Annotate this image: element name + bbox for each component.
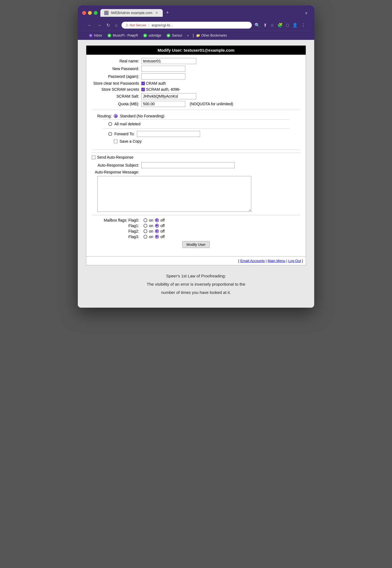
home-button[interactable]: ⌂	[114, 22, 119, 28]
bookmark-star-icon[interactable]: ☆	[270, 23, 274, 28]
real-name-label: Real name:	[92, 59, 141, 63]
quote-line3: number of times you have looked at it.	[86, 288, 306, 297]
quote-line2: The visibility of an error is inversely …	[86, 280, 306, 288]
routing-forward-radio[interactable]	[108, 132, 112, 136]
quota-note: (NOQUOTA for unlimited)	[190, 102, 233, 106]
routing-forward-label: Forward To:	[114, 132, 135, 136]
store-scram-checkbox[interactable]: ✓	[141, 88, 145, 91]
store-scram-row: Store SCRAM secrets ✓ SCRAM auth, 4096-	[92, 87, 300, 92]
routing-delete-label: All mail deleted	[114, 122, 140, 126]
real-name-row: Real name:	[92, 58, 300, 64]
autoresponse-subject-row: Auto-Response Subject:	[92, 162, 300, 168]
tab-grid-icon[interactable]: □	[286, 23, 289, 28]
routing-label: Routing:	[97, 114, 112, 118]
flag0-controls: on off	[143, 218, 165, 222]
routing-standard-radio[interactable]	[114, 114, 118, 118]
store-clear-checkbox[interactable]: ✓	[141, 82, 145, 85]
autoresponse-subject-input[interactable]	[141, 162, 235, 168]
email-accounts-link[interactable]: Email Accounts	[240, 259, 265, 263]
bookmark-inbox-label: Inbox	[94, 34, 102, 37]
quota-label: Quota (MB):	[92, 102, 141, 106]
bookmark-musicpi[interactable]: ▶ MusicPI - РомpЯ	[105, 33, 140, 38]
bookmarks-bar: N Inbox ▶ MusicPI - РомpЯ ▶ usbridge ▶ S…	[82, 31, 310, 40]
address-text: argos/cgi-bi...	[151, 23, 173, 27]
store-clear-row: Store clear text Passwords ✓ CRAM auth	[92, 81, 300, 86]
flag2-on-radio[interactable]	[143, 229, 147, 233]
new-password-input[interactable]	[141, 66, 185, 72]
maximize-button[interactable]	[94, 11, 98, 15]
mailbox-flags-label: Mailbox flags: Flag0:	[92, 218, 141, 222]
quota-row: Quota (MB): (NOQUOTA for unlimited)	[92, 101, 300, 107]
form-footer: [ Email Accounts | Main Menu | Log Out ]	[86, 256, 306, 265]
save-copy-checkbox[interactable]	[114, 140, 117, 143]
send-autoresponse-text: Send Auto-Response	[97, 155, 133, 159]
password-again-label: Password (again):	[92, 74, 141, 79]
flag3-on-radio[interactable]	[143, 235, 147, 239]
bookmark-sansui[interactable]: ▶ Sansui	[164, 33, 184, 38]
routing-standard-label: Standard (No Forwarding)	[120, 114, 164, 118]
flag1-off-label: off	[161, 224, 165, 228]
scram-auth-label: SCRAM auth, 4096-	[146, 87, 180, 92]
autoresponse-message-textarea[interactable]	[97, 176, 251, 212]
footer-separator-1: |	[266, 259, 268, 263]
bookmarks-overflow-button[interactable]: »	[185, 33, 191, 38]
divider-2	[92, 150, 300, 150]
routing-delete-row: All mail deleted	[92, 122, 300, 126]
address-bar: ← → ↻ ⌂ ⚠ Not Secure | argos/cgi-bi... 🔍…	[82, 20, 310, 31]
bookmark-usbridge[interactable]: ▶ usbridge	[141, 33, 163, 38]
inbox-favicon: N	[89, 34, 93, 37]
send-autoresponse-checkbox[interactable]	[92, 156, 95, 159]
flag2-on-label: on	[149, 229, 153, 233]
autoresponse-message-label: Auto-Response Message:	[92, 170, 141, 174]
main-menu-link[interactable]: Main Menu	[268, 259, 285, 263]
new-tab-button[interactable]: +	[164, 9, 171, 17]
quota-input[interactable]	[141, 101, 185, 107]
close-button[interactable]	[82, 11, 86, 15]
extensions-icon[interactable]: 🧩	[277, 23, 283, 28]
autoresponse-subject-label: Auto-Response Subject:	[92, 163, 141, 167]
tab-close-button[interactable]: ✕	[154, 11, 159, 15]
log-out-link[interactable]: Log Out	[288, 259, 301, 263]
password-again-input[interactable]	[141, 73, 185, 79]
new-password-label: New Password:	[92, 67, 141, 71]
scram-salt-input[interactable]	[141, 93, 196, 99]
flag2-off-radio[interactable]	[155, 229, 159, 233]
tab-favicon: IW	[104, 11, 109, 15]
minimize-button[interactable]	[88, 11, 92, 15]
real-name-input[interactable]	[141, 58, 196, 64]
more-menu-icon[interactable]: ⋮	[301, 23, 305, 28]
store-scram-label: Store SCRAM secrets	[92, 87, 141, 92]
flag1-row: Flag1: on off	[92, 224, 300, 228]
other-bookmarks-label: Other Bookmarks	[201, 34, 227, 37]
back-button[interactable]: ←	[87, 22, 93, 28]
routing-divider-2	[103, 128, 289, 129]
search-icon[interactable]: 🔍	[255, 23, 260, 28]
quote-line1: Speer's 1st Law of Proofreading:	[86, 272, 306, 280]
flag1-off-radio[interactable]	[155, 224, 159, 228]
cram-auth-label: CRAM auth	[146, 81, 166, 86]
refresh-button[interactable]: ↻	[105, 22, 111, 28]
scram-salt-row: SCRAM Salt:	[92, 93, 300, 99]
flag0-off-radio[interactable]	[155, 218, 159, 222]
address-input[interactable]: ⚠ Not Secure | argos/cgi-bi...	[122, 22, 252, 29]
modify-user-button[interactable]: Modify User	[182, 241, 209, 248]
active-tab[interactable]: IW IWEBAdmin example.com ✕	[100, 9, 163, 17]
profile-icon[interactable]: 👤	[292, 23, 298, 28]
bookmark-inbox[interactable]: N Inbox	[87, 33, 104, 38]
forward-button[interactable]: →	[96, 22, 103, 28]
tab-menu-button[interactable]: ∨	[303, 10, 310, 16]
flag0-on-radio[interactable]	[143, 218, 147, 222]
other-bookmarks-folder[interactable]: 📁 Other Bookmarks	[196, 34, 227, 37]
flag3-controls: on off	[143, 235, 165, 239]
form-title: Modify User: testuser01@example.com	[86, 46, 306, 55]
usbridge-favicon: ▶	[143, 34, 147, 37]
flag2-row: Flag2: on off	[92, 229, 300, 233]
tab-bar: IW IWEBAdmin example.com ✕ + ∨	[100, 9, 310, 17]
forward-to-input[interactable]	[137, 131, 200, 137]
share-icon[interactable]: ⬆	[263, 23, 267, 28]
flag1-on-radio[interactable]	[143, 224, 147, 228]
footer-bracket-open: [	[238, 259, 239, 263]
password-again-row: Password (again):	[92, 73, 300, 79]
routing-delete-radio[interactable]	[108, 122, 112, 126]
flag3-off-radio[interactable]	[155, 235, 159, 239]
